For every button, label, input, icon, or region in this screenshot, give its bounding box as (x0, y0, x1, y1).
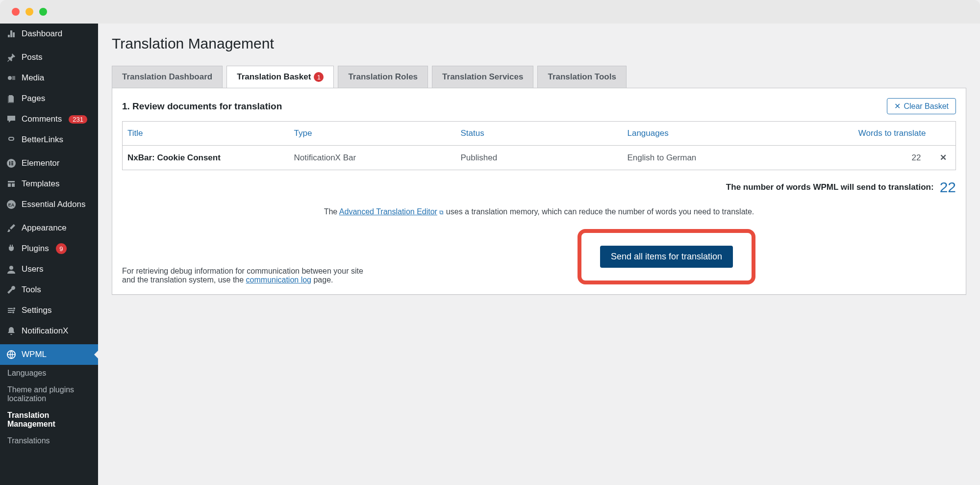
section-heading: 1. Review documents for translation (122, 101, 282, 112)
sidebar-item-comments[interactable]: Comments 231 (0, 109, 98, 129)
svg-point-10 (12, 311, 14, 313)
basket-panel: 1. Review documents for translation ✕ Cl… (112, 88, 966, 295)
col-header-status[interactable]: Status (456, 122, 623, 146)
sidebar-item-elementor[interactable]: Elementor (0, 153, 98, 174)
pages-icon (6, 93, 17, 104)
window-close-button[interactable] (12, 8, 20, 16)
words-total-line: The number of words WPML will send to tr… (122, 179, 956, 196)
sidebar-item-label: NotificationX (22, 326, 68, 336)
svg-point-0 (8, 76, 12, 80)
plugins-update-badge: 9 (56, 243, 67, 254)
tabs: Translation Dashboard Translation Basket… (112, 66, 966, 88)
close-icon: ✕ (894, 102, 901, 111)
sidebar-item-dashboard[interactable]: Dashboard (0, 24, 98, 44)
remove-row-button[interactable]: ✕ (931, 146, 956, 170)
sidebar-item-posts[interactable]: Posts (0, 47, 98, 68)
sidebar-sub-translations[interactable]: Translations (0, 433, 98, 449)
highlight-annotation: Send all items for translation (578, 229, 755, 284)
svg-point-9 (13, 307, 15, 309)
sidebar-item-label: WPML (22, 350, 47, 359)
cell-type: NotificationX Bar (289, 146, 456, 170)
window-chrome (0, 0, 980, 24)
col-header-title[interactable]: Title (123, 122, 289, 146)
sidebar-item-betterlinks[interactable]: BetterLinks (0, 129, 98, 150)
sidebar-item-templates[interactable]: Templates (0, 174, 98, 194)
cell-languages: English to German (623, 146, 831, 170)
wrench-icon (6, 284, 17, 295)
sidebar-item-settings[interactable]: Settings (0, 300, 98, 321)
col-header-words[interactable]: Words to translate (831, 122, 931, 146)
sidebar-item-wpml[interactable]: WPML (0, 344, 98, 365)
dashboard-icon (6, 28, 17, 39)
plug-icon (6, 243, 17, 254)
globe-icon (6, 349, 17, 360)
templates-icon (6, 179, 17, 189)
sidebar-item-label: Tools (22, 285, 41, 295)
sidebar-item-label: Users (22, 264, 43, 274)
sidebar-item-label: Comments (22, 114, 62, 124)
comment-icon (6, 114, 17, 125)
svg-text:EA: EA (8, 203, 15, 207)
advanced-translation-editor-link[interactable]: Advanced Translation Editor (339, 207, 437, 216)
sidebar-sub-translation-management[interactable]: Translation Management (0, 407, 98, 433)
tab-translation-tools[interactable]: Translation Tools (537, 66, 626, 88)
sidebar-item-label: Media (22, 73, 44, 83)
admin-sidebar: Dashboard Posts Media Pages Comments 231… (0, 24, 98, 485)
sidebar-item-tools[interactable]: Tools (0, 280, 98, 300)
sidebar-item-label: Essential Addons (22, 200, 85, 209)
debug-info-text: For retrieving debug information for com… (122, 267, 377, 284)
table-row: NxBar: Cookie Consent NotificationX Bar … (123, 146, 956, 170)
words-total-count: 22 (940, 179, 956, 196)
communication-log-link[interactable]: communication log (246, 276, 311, 284)
user-icon (6, 264, 17, 275)
svg-rect-2 (9, 161, 10, 165)
sidebar-item-label: Pages (22, 94, 45, 103)
col-header-type[interactable]: Type (289, 122, 456, 146)
basket-count-badge: 1 (314, 72, 324, 82)
svg-point-8 (9, 266, 13, 270)
svg-rect-4 (11, 163, 13, 164)
bell-icon (6, 326, 17, 336)
tab-translation-basket[interactable]: Translation Basket 1 (226, 66, 334, 88)
cell-title: NxBar: Cookie Consent (123, 146, 289, 170)
sidebar-item-pages[interactable]: Pages (0, 88, 98, 109)
sidebar-item-label: Appearance (22, 223, 67, 233)
tab-translation-dashboard[interactable]: Translation Dashboard (112, 66, 223, 88)
pin-icon (6, 52, 17, 63)
cell-status: Published (456, 146, 623, 170)
ea-icon: EA (6, 199, 17, 210)
sidebar-item-notificationx[interactable]: NotificationX (0, 321, 98, 341)
window-minimize-button[interactable] (25, 8, 33, 16)
window-maximize-button[interactable] (39, 8, 47, 16)
tab-translation-roles[interactable]: Translation Roles (338, 66, 428, 88)
sidebar-sub-theme-plugins-localization[interactable]: Theme and plugins localization (0, 382, 98, 407)
page-title: Translation Management (112, 29, 966, 66)
sidebar-item-label: Templates (22, 179, 59, 189)
comments-count-badge: 231 (69, 115, 87, 124)
clear-basket-button[interactable]: ✕ Clear Basket (887, 98, 956, 114)
send-all-items-button[interactable]: Send all items for translation (600, 246, 733, 268)
sidebar-item-users[interactable]: Users (0, 259, 98, 280)
documents-table: Title Type Status Languages Words to tra… (122, 121, 956, 170)
cell-words: 22 (831, 146, 931, 170)
main-content: Translation Management Translation Dashb… (98, 24, 980, 485)
sidebar-item-label: Elementor (22, 158, 59, 168)
elementor-icon (6, 158, 17, 169)
sidebar-item-label: BetterLinks (22, 135, 63, 145)
svg-rect-3 (11, 161, 13, 162)
sidebar-item-label: Dashboard (22, 29, 62, 39)
media-icon (6, 73, 17, 83)
sidebar-sub-languages[interactable]: Languages (0, 365, 98, 382)
sidebar-item-appearance[interactable]: Appearance (0, 218, 98, 238)
sidebar-item-media[interactable]: Media (0, 68, 98, 88)
sidebar-item-label: Settings (22, 306, 51, 315)
memory-info-line: The Advanced Translation Editor ⧉ uses a… (122, 207, 956, 216)
col-header-languages[interactable]: Languages (623, 122, 831, 146)
brush-icon (6, 223, 17, 233)
sidebar-item-label: Plugins (22, 244, 49, 254)
sidebar-item-essential-addons[interactable]: EA Essential Addons (0, 194, 98, 215)
svg-rect-5 (11, 164, 13, 165)
tab-translation-services[interactable]: Translation Services (432, 66, 533, 88)
settings-icon (6, 305, 17, 316)
sidebar-item-plugins[interactable]: Plugins 9 (0, 238, 98, 259)
